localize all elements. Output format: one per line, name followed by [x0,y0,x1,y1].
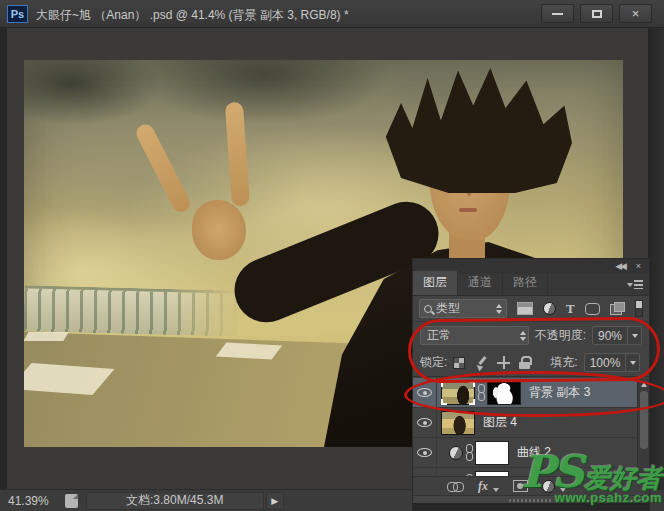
photo-lane-marking [24,332,69,341]
visibility-cell[interactable] [413,378,437,407]
photo-mouth [459,208,477,212]
eye-icon [417,418,432,427]
opacity-label: 不透明度: [535,327,586,344]
panel-close-icon[interactable]: × [636,261,641,272]
layer-list-scrollbar[interactable] [637,378,649,479]
layer-row-curves-2[interactable]: 曲线 2 [413,438,637,468]
filter-toggle-switch[interactable] [635,300,643,317]
maximize-icon [592,10,602,18]
panel-bottom-edge [413,503,649,510]
blend-mode-dropdown[interactable]: 正常 [420,326,529,345]
layer-row-background-copy-3[interactable]: 背景 副本 3 [413,378,637,408]
fill-value: 100% [585,356,626,370]
photoshop-app-icon: Ps [7,5,28,23]
scrollbar-thumb[interactable] [640,391,648,449]
panel-resize-grip[interactable] [413,495,649,503]
photo-finger [133,121,193,215]
tab-channels[interactable]: 通道 [458,271,503,295]
opacity-dropdown-icon[interactable] [627,327,641,344]
layer-mask-thumbnail[interactable] [487,381,521,405]
mask-link-icon[interactable] [477,384,485,401]
minimize-button[interactable] [541,4,574,23]
photo-guardrail [24,285,240,337]
filter-kind-label: 类型 [436,300,492,317]
visibility-cell[interactable] [413,438,437,467]
layer-list: 背景 副本 3 图层 4 曲线 2 曲线 1 [413,378,637,479]
layer-mask-thumbnail[interactable] [475,441,509,465]
photo-finger [225,102,250,207]
opacity-field[interactable]: 90% [592,326,642,345]
minimize-icon [552,13,563,15]
window-left-edge [0,28,7,489]
layer-name[interactable]: 图层 4 [483,414,517,431]
filter-type-layers-icon[interactable]: T [566,302,575,315]
eye-icon [417,388,432,397]
adjustment-dropdown-icon [560,488,566,492]
status-options-arrow[interactable]: ▶ [266,492,284,510]
filter-kind-dropdown[interactable]: 类型 [419,299,507,318]
lock-all-icon[interactable] [519,356,530,369]
filter-adjustment-layers-icon[interactable] [543,302,556,315]
layer-name[interactable]: 背景 副本 3 [529,384,590,401]
document-status-icon [65,494,78,508]
layer-filter-row: 类型 T [413,296,649,322]
add-adjustment-icon[interactable] [542,480,555,493]
fill-field[interactable]: 100% [584,353,641,372]
lock-position-icon[interactable] [497,356,510,369]
photo-lane-marking [216,342,282,359]
panel-menu-icon[interactable] [627,279,643,291]
lock-icons [453,356,530,370]
fill-dropdown-icon[interactable] [625,354,639,371]
link-layers-icon[interactable] [447,482,464,491]
layer-thumbnail[interactable] [441,411,475,435]
filter-shape-layers-icon[interactable] [585,303,600,315]
close-button[interactable]: × [619,4,652,23]
scroll-up-icon[interactable] [638,378,649,390]
collapse-panel-icon[interactable]: ◀◀ [615,261,625,272]
window-controls: × [541,4,652,23]
opacity-value: 90% [593,329,627,343]
stepper-icon [520,331,526,341]
panel-tabs: 图层 通道 路径 [413,274,649,296]
layer-style-fx-button[interactable]: fx [478,479,488,494]
layers-panel-footer: fx [413,476,649,495]
adjustment-layer-icon[interactable] [449,446,463,460]
layer-name[interactable]: 曲线 2 [517,444,551,461]
eye-icon [417,448,432,457]
window-right-edge [648,28,664,489]
filter-smart-objects-icon[interactable] [610,302,625,315]
search-icon [424,305,432,313]
filter-pixel-layers-icon[interactable] [517,302,533,315]
add-mask-icon[interactable] [513,480,528,492]
layer-thumbnail[interactable] [441,381,475,405]
document-size-text: 文档:3.80M/45.3M [126,492,223,509]
lock-transparency-icon[interactable] [453,357,465,369]
mask-link-icon[interactable] [465,444,473,461]
blend-mode-value: 正常 [427,327,520,344]
fx-dropdown-icon [493,488,499,492]
lock-label: 锁定: [420,354,447,371]
document-size-field[interactable]: 文档:3.80M/45.3M [86,492,264,510]
lock-row: 锁定: 填充: 100% [413,349,649,377]
zoom-level[interactable]: 41.39% [0,494,57,508]
document-title: 大眼仔~旭 （Anan） .psd @ 41.4% (背景 副本 3, RGB/… [36,7,349,24]
blend-mode-row: 正常 不透明度: 90% [413,322,649,349]
fill-label: 填充: [550,354,577,371]
visibility-cell[interactable] [413,408,437,437]
photo-spiky-hair [382,68,572,193]
layer-row-layer-4[interactable]: 图层 4 [413,408,637,438]
layers-panel: ◀◀ × 图层 通道 路径 类型 T 正常 不透明度: 90% 锁定: [412,258,650,511]
lock-pixels-icon[interactable] [474,356,488,370]
maximize-button[interactable] [580,4,613,23]
photo-hand [192,200,246,260]
close-icon: × [632,7,640,20]
tab-paths[interactable]: 路径 [503,271,548,295]
tab-layers[interactable]: 图层 [413,271,458,295]
window-titlebar[interactable]: Ps 大眼仔~旭 （Anan） .psd @ 41.4% (背景 副本 3, R… [0,0,664,28]
stepper-icon [496,304,502,314]
